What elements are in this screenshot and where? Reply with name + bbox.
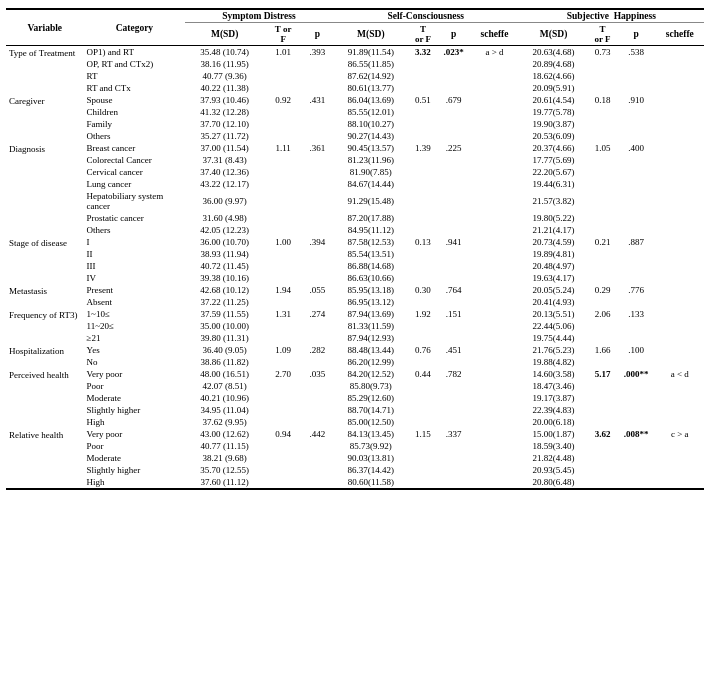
cell-msd3: 20.53(6.09)	[519, 130, 589, 142]
cell-category: Slightly higher	[84, 464, 186, 476]
cell-p2: .941	[437, 236, 470, 248]
cell-msd3: 14.60(3.58)	[519, 368, 589, 380]
cell-torf2	[409, 260, 437, 272]
table-row: CaregiverSpouse37.93 (10.46)0.92.43186.0…	[6, 94, 704, 106]
cell-torf2	[409, 82, 437, 94]
cell-scheffe1	[470, 452, 518, 464]
cell-torf1: 1.01	[264, 46, 302, 59]
cell-torf1	[264, 332, 302, 344]
cell-torf1: 0.92	[264, 94, 302, 106]
cell-msd3: 20.61(4.54)	[519, 94, 589, 106]
cell-scheffe1	[470, 416, 518, 428]
cell-msd2: 90.03(13.81)	[333, 452, 409, 464]
cell-p3: .538	[617, 46, 656, 59]
cell-msd3: 19.90(3.87)	[519, 118, 589, 130]
cell-p2	[437, 58, 470, 70]
cell-scheffe2	[656, 416, 704, 428]
cell-msd3: 22.39(4.83)	[519, 404, 589, 416]
cell-msd1: 41.32 (12.28)	[185, 106, 264, 118]
cell-msd3: 20.63(4.68)	[519, 46, 589, 59]
sub-msd3: M(SD)	[519, 23, 589, 46]
cell-scheffe2	[656, 236, 704, 248]
header-symptom-distress: Symptom Distress	[185, 9, 332, 23]
table-row: Slightly higher34.95 (11.04)88.70(14.71)…	[6, 404, 704, 416]
cell-p1	[302, 260, 333, 272]
cell-msd1: 36.40 (9.05)	[185, 344, 264, 356]
cell-p3	[617, 440, 656, 452]
table-row: 11~20≤35.00 (10.00)81.33(11.59)22.44(5.0…	[6, 320, 704, 332]
table-row: Hepatobiliary system cancer36.00 (9.97)9…	[6, 190, 704, 212]
cell-msd2: 80.60(11.58)	[333, 476, 409, 489]
header-category: Category	[84, 9, 186, 46]
cell-scheffe1	[470, 154, 518, 166]
cell-category: No	[84, 356, 186, 368]
cell-torf3	[589, 212, 617, 224]
cell-p1	[302, 58, 333, 70]
cell-torf2	[409, 404, 437, 416]
cell-category: Poor	[84, 440, 186, 452]
cell-torf2: 3.32	[409, 46, 437, 59]
table-row: Slightly higher35.70 (12.55)86.37(14.42)…	[6, 464, 704, 476]
cell-category: I	[84, 236, 186, 248]
cell-torf3: 3.62	[589, 428, 617, 440]
cell-p1: .035	[302, 368, 333, 380]
cell-msd2: 91.29(15.48)	[333, 190, 409, 212]
cell-p3	[617, 404, 656, 416]
cell-torf2	[409, 464, 437, 476]
cell-variable: Stage of disease	[6, 236, 84, 284]
cell-msd2: 86.95(13.12)	[333, 296, 409, 308]
cell-variable: Type of Treatment	[6, 46, 84, 95]
cell-torf3	[589, 476, 617, 489]
cell-scheffe1	[470, 142, 518, 154]
cell-p1	[302, 154, 333, 166]
cell-p2	[437, 166, 470, 178]
header-variable: Variable	[6, 9, 84, 46]
cell-torf2: 0.30	[409, 284, 437, 296]
header-self-consciousness: Self-Consciousness	[333, 9, 519, 23]
cell-msd2: 85.95(13.18)	[333, 284, 409, 296]
cell-category: Lung cancer	[84, 178, 186, 190]
cell-msd1: 35.00 (10.00)	[185, 320, 264, 332]
cell-msd2: 90.45(13.57)	[333, 142, 409, 154]
table-row: Others42.05 (12.23)84.95(11.12)21.21(4.1…	[6, 224, 704, 236]
cell-p3	[617, 82, 656, 94]
cell-msd2: 87.94(12.93)	[333, 332, 409, 344]
cell-torf3	[589, 248, 617, 260]
cell-msd2: 85.55(12.01)	[333, 106, 409, 118]
cell-p2	[437, 440, 470, 452]
cell-p2: .337	[437, 428, 470, 440]
cell-msd3: 22.20(5.67)	[519, 166, 589, 178]
cell-p1: .274	[302, 308, 333, 320]
cell-msd1: 37.93 (10.46)	[185, 94, 264, 106]
cell-msd1: 37.70 (12.10)	[185, 118, 264, 130]
cell-p2: .782	[437, 368, 470, 380]
cell-msd1: 40.77 (11.15)	[185, 440, 264, 452]
cell-scheffe2	[656, 58, 704, 70]
cell-msd2: 87.94(13.69)	[333, 308, 409, 320]
cell-p1	[302, 392, 333, 404]
cell-msd3: 20.00(6.18)	[519, 416, 589, 428]
cell-p3: .008**	[617, 428, 656, 440]
cell-variable: Relative health	[6, 428, 84, 489]
cell-torf2	[409, 296, 437, 308]
cell-torf3	[589, 332, 617, 344]
cell-p3	[617, 224, 656, 236]
cell-scheffe1	[470, 94, 518, 106]
table-row: Cervical cancer37.40 (12.36)81.90(7.85)2…	[6, 166, 704, 178]
cell-p2	[437, 356, 470, 368]
cell-p3	[617, 452, 656, 464]
cell-msd2: 81.23(11.96)	[333, 154, 409, 166]
table-container: Variable Category Symptom Distress Self-…	[0, 0, 710, 498]
table-row: Type of TreatmentOP1) and RT35.48 (10.74…	[6, 46, 704, 59]
cell-msd3: 22.44(5.06)	[519, 320, 589, 332]
cell-torf3	[589, 416, 617, 428]
cell-category: Cervical cancer	[84, 166, 186, 178]
cell-scheffe1	[470, 190, 518, 212]
cell-msd1: 48.00 (16.51)	[185, 368, 264, 380]
cell-torf2	[409, 58, 437, 70]
cell-torf3: 1.66	[589, 344, 617, 356]
cell-scheffe2	[656, 178, 704, 190]
cell-scheffe1	[470, 440, 518, 452]
cell-msd2: 85.73(9.92)	[333, 440, 409, 452]
cell-msd2: 87.62(14.92)	[333, 70, 409, 82]
